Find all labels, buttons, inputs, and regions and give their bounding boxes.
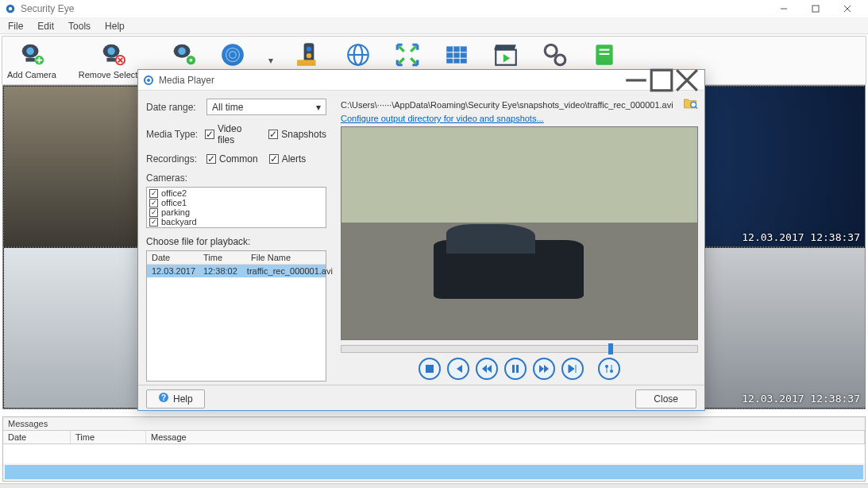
gears-icon [542, 42, 569, 68]
file-row[interactable]: 12.03.2017 12:38:02 traffic_rec_000001.a… [147, 265, 326, 277]
help-icon: ? [158, 392, 169, 405]
menubar: File Edit Tools Help [0, 18, 868, 34]
forward-button[interactable] [533, 358, 555, 380]
svg-point-34 [545, 45, 557, 56]
timestamp-overlay: 12.03.2017 12:38:37 [742, 231, 860, 243]
svg-rect-47 [426, 365, 434, 373]
svg-line-46 [696, 107, 698, 109]
date-range-value: All time [212, 102, 243, 113]
svg-text:?: ? [161, 393, 166, 402]
file-table: Date Time File Name 12.03.2017 12:38:02 … [146, 250, 326, 381]
svg-point-51 [610, 370, 613, 373]
app-icon [5, 3, 16, 14]
browse-folder-button[interactable] [682, 95, 698, 114]
messages-panel: Messages Date Time Message [2, 416, 866, 482]
messages-col-message[interactable]: Message [146, 431, 865, 443]
svg-rect-24 [297, 60, 315, 65]
alerts-checkbox[interactable]: ✓Alerts [269, 153, 307, 165]
next-button[interactable] [561, 358, 584, 380]
menu-edit[interactable]: Edit [34, 21, 57, 32]
media-player-dialog: Media Player Date range: All time ▾ Medi… [137, 69, 705, 411]
camera-item: ✓parking [148, 207, 325, 217]
menu-tools[interactable]: Tools [65, 21, 94, 32]
webcam-gear-icon [170, 42, 197, 68]
svg-rect-48 [512, 365, 515, 373]
window-close-button[interactable] [831, 0, 863, 17]
svg-point-7 [26, 48, 33, 55]
messages-col-time[interactable]: Time [71, 431, 146, 443]
close-button[interactable]: Close [635, 389, 696, 409]
window-maximize-button[interactable] [800, 0, 831, 17]
expand-arrows-icon [394, 42, 421, 68]
help-button[interactable]: ? Help [146, 389, 205, 409]
camera-item: ✓office2 [148, 188, 325, 198]
dialog-maximize-button[interactable] [649, 71, 674, 90]
svg-rect-8 [25, 58, 34, 62]
svg-point-35 [555, 55, 565, 65]
svg-rect-49 [516, 365, 519, 373]
file-col-date[interactable]: Date [147, 251, 199, 264]
svg-rect-42 [651, 70, 672, 91]
dialog-icon [143, 75, 154, 86]
clapper-play-icon [492, 42, 519, 68]
messages-body [3, 444, 865, 463]
svg-point-1 [9, 7, 12, 10]
radar-icon [219, 42, 246, 68]
video-files-checkbox[interactable]: ✓Video files [205, 123, 257, 145]
playback-slider[interactable] [341, 345, 698, 353]
statusbar [0, 483, 868, 488]
pause-button[interactable] [504, 358, 527, 380]
dialog-title: Media Player [159, 75, 623, 86]
dropdown-arrow-icon[interactable]: ▾ [268, 55, 273, 66]
date-range-select[interactable]: All time ▾ [206, 99, 326, 115]
settings-playback-button[interactable] [598, 358, 620, 380]
traffic-light-icon [295, 42, 322, 68]
svg-point-23 [306, 52, 311, 57]
messages-col-date[interactable]: Date [3, 431, 71, 443]
messages-selection-row[interactable] [5, 465, 863, 479]
cameras-list[interactable]: ✓office2 ✓office1 ✓parking ✓backyard [146, 187, 326, 228]
webcam-remove-icon [99, 42, 126, 68]
add-camera-button[interactable]: Add Camera [7, 42, 56, 79]
camera-item: ✓office1 [148, 198, 325, 207]
dialog-right-pane: C:\Users\······\AppData\Roaming\Security… [334, 91, 704, 385]
svg-point-22 [306, 46, 311, 51]
chevron-down-icon: ▾ [316, 102, 321, 113]
timestamp-overlay: 12.03.2017 12:38:37 [742, 393, 860, 405]
file-col-time[interactable]: Time [199, 251, 246, 264]
svg-rect-28 [446, 46, 467, 63]
dialog-minimize-button[interactable] [623, 71, 649, 90]
svg-point-40 [147, 79, 150, 82]
stop-button[interactable] [419, 358, 441, 380]
file-col-name[interactable]: File Name [246, 251, 326, 264]
video-viewport[interactable] [341, 126, 698, 340]
cameras-label: Cameras: [146, 172, 326, 184]
dialog-close-button[interactable] [674, 71, 700, 90]
svg-point-45 [691, 102, 696, 107]
configure-output-link[interactable]: Configure output directory for video and… [341, 114, 698, 123]
menu-help[interactable]: Help [102, 21, 128, 32]
slider-thumb[interactable] [608, 343, 613, 354]
add-camera-label: Add Camera [7, 70, 56, 79]
prev-button[interactable] [447, 358, 469, 380]
grid-icon [443, 42, 470, 68]
svg-rect-12 [107, 58, 116, 62]
app-title: Security Eye [21, 3, 768, 14]
svg-point-50 [605, 365, 608, 368]
svg-rect-3 [812, 6, 819, 12]
snapshots-checkbox[interactable]: ✓Snapshots [268, 129, 326, 140]
window-titlebar: Security Eye [0, 0, 868, 18]
date-range-label: Date range: [146, 102, 202, 113]
svg-point-17 [189, 59, 192, 62]
messages-header: Date Time Message [3, 430, 865, 444]
camera-item: ✓backyard [148, 217, 325, 227]
common-checkbox[interactable]: ✓Common [206, 153, 258, 165]
rewind-button[interactable] [476, 358, 498, 380]
playback-controls [341, 356, 698, 380]
menu-file[interactable]: File [5, 21, 26, 32]
dialog-footer: ? Help Close [138, 385, 704, 412]
window-minimize-button[interactable] [768, 0, 800, 17]
choose-file-label: Choose file for playback: [146, 236, 326, 247]
webcam-plus-icon [18, 42, 45, 68]
book-icon [591, 42, 618, 68]
